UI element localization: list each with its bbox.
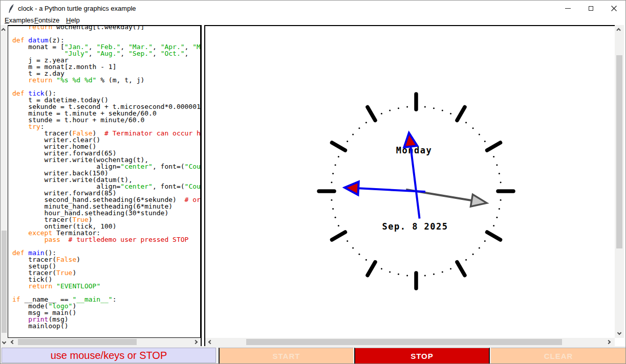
status-message: use mouse/keys or STOP bbox=[2, 348, 216, 363]
window-controls bbox=[556, 1, 625, 16]
minimize-icon bbox=[565, 8, 571, 9]
code-horizontal-scrollbar[interactable] bbox=[8, 338, 201, 346]
scroll-down-icon[interactable] bbox=[616, 329, 623, 337]
maximize-button[interactable] bbox=[579, 1, 602, 16]
canvas-vertical-scrollbar[interactable] bbox=[615, 25, 624, 338]
code-vertical-scrollbar[interactable] bbox=[1, 25, 8, 346]
python-feather-icon bbox=[8, 4, 15, 13]
clear-button[interactable]: CLEAR bbox=[491, 348, 626, 363]
scroll-left-icon[interactable] bbox=[206, 338, 214, 346]
menubar: Examples Fontsize Help bbox=[1, 16, 625, 25]
close-button[interactable] bbox=[602, 1, 625, 16]
start-button[interactable]: START bbox=[219, 348, 353, 363]
menu-fontsize[interactable]: Fontsize bbox=[34, 16, 59, 24]
stop-button[interactable]: STOP bbox=[354, 348, 490, 363]
scroll-right-icon[interactable] bbox=[605, 338, 613, 346]
canvas-hscroll-thumb[interactable] bbox=[246, 339, 562, 345]
scroll-right-icon[interactable] bbox=[191, 338, 200, 346]
code-vscroll-thumb[interactable] bbox=[2, 231, 7, 333]
close-icon bbox=[611, 6, 617, 11]
turtledemo-window: clock - a Python turtle graphics example… bbox=[0, 0, 626, 364]
maximize-icon bbox=[589, 6, 593, 11]
code-pane[interactable]: return wochentag[t.weekday()] def datum(… bbox=[8, 25, 201, 338]
turtle-canvas[interactable]: MondaySep. 8 2025 bbox=[205, 25, 615, 338]
code-hscroll-thumb[interactable] bbox=[18, 339, 137, 345]
menu-examples[interactable]: Examples bbox=[5, 16, 34, 24]
scroll-up-icon[interactable] bbox=[1, 26, 8, 34]
code-text: return wochentag[t.weekday()] def datum(… bbox=[8, 25, 200, 329]
scroll-left-icon[interactable] bbox=[9, 338, 17, 346]
pane-divider[interactable] bbox=[201, 25, 205, 346]
canvas-horizontal-scrollbar[interactable] bbox=[205, 338, 615, 346]
svg-text:Sep. 8 2025: Sep. 8 2025 bbox=[382, 221, 448, 232]
menu-help[interactable]: Help bbox=[66, 16, 80, 24]
scroll-down-icon[interactable] bbox=[1, 338, 8, 346]
window-title: clock - a Python turtle graphics example bbox=[18, 5, 136, 12]
titlebar[interactable]: clock - a Python turtle graphics example bbox=[1, 1, 625, 16]
minimize-button[interactable] bbox=[556, 1, 579, 16]
scroll-up-icon[interactable] bbox=[616, 26, 623, 34]
canvas-vscroll-thumb[interactable] bbox=[616, 55, 622, 248]
bottom-bar: use mouse/keys or STOP START STOP CLEAR bbox=[1, 346, 626, 364]
clock-svg: MondaySep. 8 2025 bbox=[205, 26, 615, 338]
